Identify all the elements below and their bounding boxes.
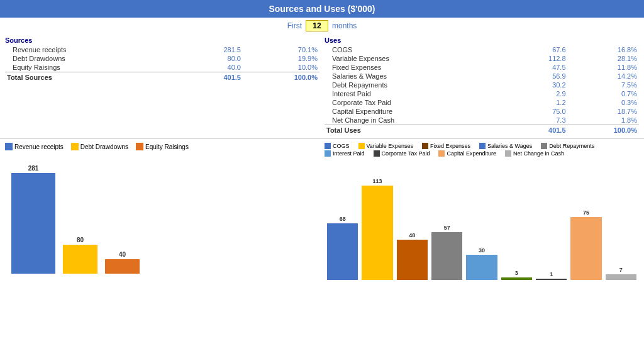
months-input[interactable]	[306, 20, 328, 31]
legend-color-box	[422, 143, 428, 149]
legend-color-box	[325, 150, 331, 157]
legend-color-box	[438, 150, 445, 157]
legend-color-box	[325, 143, 331, 149]
use-value: 112.8	[513, 54, 568, 63]
legend-color-box	[136, 143, 143, 150]
bar-rect	[397, 240, 428, 280]
use-label: COGS	[325, 45, 513, 54]
legend-label: Salaries & Wages	[487, 143, 532, 149]
data-tables-area: Sources Revenue receipts 281.5 70.1% Deb…	[0, 34, 644, 137]
sources-table: Revenue receipts 281.5 70.1% Debt Drawdo…	[5, 45, 319, 82]
bar-rect	[105, 259, 140, 274]
legend-label: Capital Expenditure	[447, 150, 496, 157]
left-bar-chart: 281 80 40	[5, 154, 319, 274]
use-label: Variable Expenses	[325, 54, 513, 63]
bar-label: 68	[340, 216, 346, 222]
legend-label: Variable Expenses	[367, 143, 413, 149]
bar-group: 80	[63, 237, 97, 274]
uses-row: Corporate Tax Paid 1.2 0.3%	[325, 98, 639, 107]
source-pct: 10.0%	[243, 63, 319, 72]
legend-color-box	[374, 150, 380, 157]
bar-label: 57	[444, 225, 450, 231]
uses-row: Net Change in Cash 7.3 1.8%	[325, 116, 639, 125]
bar-rect	[466, 255, 497, 280]
sources-row: Equity Raisings 40.0 10.0%	[5, 63, 319, 72]
uses-row: Fixed Expenses 47.5 11.8%	[325, 63, 639, 72]
bar-group: 30	[466, 247, 497, 280]
bar-group: 113	[362, 178, 392, 280]
uses-row: COGS 67.6 16.8%	[325, 45, 639, 54]
use-pct: 0.7%	[568, 89, 639, 98]
sources-panel: Sources Revenue receipts 281.5 70.1% Deb…	[5, 36, 319, 135]
source-value: 80.0	[183, 54, 242, 63]
uses-total-label: Total Uses	[325, 125, 513, 135]
use-pct: 28.1%	[568, 54, 639, 63]
sources-total-label: Total Sources	[5, 72, 183, 82]
left-legend-item: Debt Drawdowns	[71, 143, 128, 150]
bar-rect	[501, 277, 532, 280]
uses-total-value: 401.5	[513, 125, 568, 135]
right-legend-item: COGS	[325, 143, 350, 149]
bar-group: 40	[105, 251, 140, 274]
uses-panel: Uses COGS 67.6 16.8% Variable Expenses 1…	[325, 36, 639, 135]
use-pct: 7.5%	[568, 81, 639, 89]
use-label: Interest Paid	[325, 89, 513, 98]
right-legend-item: Salaries & Wages	[479, 143, 532, 149]
bar-group: 75	[570, 209, 601, 280]
left-chart-legend: Revenue receipts Debt Drawdowns Equity R…	[5, 143, 319, 150]
bar-group: 281	[11, 165, 55, 274]
bar-rect	[63, 245, 97, 274]
bar-group: 1	[536, 271, 567, 280]
bar-rect	[536, 279, 567, 280]
uses-row: Salaries & Wages 56.9 14.2%	[325, 72, 639, 81]
source-value: 281.5	[183, 45, 242, 54]
use-value: 56.9	[513, 72, 568, 81]
uses-total-row: Total Uses 401.5 100.0%	[325, 125, 639, 135]
right-bar-chart: 68 113 48 57 30 3 1 75 7	[325, 160, 639, 280]
legend-label: Equity Raisings	[145, 143, 189, 150]
legend-color-box	[358, 143, 365, 149]
use-pct: 1.8%	[568, 116, 639, 125]
bar-group: 48	[397, 232, 428, 280]
bar-rect	[570, 217, 601, 280]
bar-group: 68	[327, 216, 358, 280]
legend-label: Revenue receipts	[14, 143, 64, 150]
use-value: 2.9	[513, 89, 568, 98]
right-legend-item: Fixed Expenses	[422, 143, 470, 149]
use-value: 30.2	[513, 81, 568, 89]
right-legend-item: Capital Expenditure	[438, 150, 496, 157]
legend-color-box	[479, 143, 486, 149]
use-value: 1.2	[513, 98, 568, 107]
uses-row: Variable Expenses 112.8 28.1%	[325, 54, 639, 63]
use-value: 67.6	[513, 45, 568, 54]
source-label: Equity Raisings	[5, 63, 183, 72]
bar-group: 3	[501, 270, 532, 280]
source-pct: 70.1%	[243, 45, 319, 54]
source-label: Revenue receipts	[5, 45, 183, 54]
bar-label: 80	[77, 237, 84, 243]
use-pct: 16.8%	[568, 45, 639, 54]
sources-total-row: Total Sources 401.5 100.0%	[5, 72, 319, 82]
use-value: 75.0	[513, 107, 568, 116]
first-label: First	[287, 21, 302, 30]
left-legend-item: Equity Raisings	[136, 143, 189, 150]
uses-row: Interest Paid 2.9 0.7%	[325, 89, 639, 98]
uses-row: Debt Repayments 30.2 7.5%	[325, 81, 639, 89]
legend-color-box	[71, 143, 79, 150]
bar-rect	[606, 274, 636, 280]
bar-label: 40	[119, 251, 126, 258]
bar-rect	[362, 186, 392, 280]
left-chart: Revenue receipts Debt Drawdowns Equity R…	[5, 143, 319, 280]
legend-label: Debt Repayments	[549, 143, 594, 149]
legend-label: Corporate Tax Paid	[382, 150, 430, 157]
page-title: Sources and Uses ($'000)	[0, 0, 644, 18]
right-legend-item: Variable Expenses	[358, 143, 413, 149]
use-label: Capital Expenditure	[325, 107, 513, 116]
sources-row: Revenue receipts 281.5 70.1%	[5, 45, 319, 54]
use-label: Net Change in Cash	[325, 116, 513, 125]
right-legend-item: Corporate Tax Paid	[374, 150, 430, 157]
source-value: 40.0	[183, 63, 242, 72]
charts-area: Revenue receipts Debt Drawdowns Equity R…	[0, 140, 644, 282]
left-legend-item: Revenue receipts	[5, 143, 64, 150]
right-legend-item: Debt Repayments	[541, 143, 594, 149]
